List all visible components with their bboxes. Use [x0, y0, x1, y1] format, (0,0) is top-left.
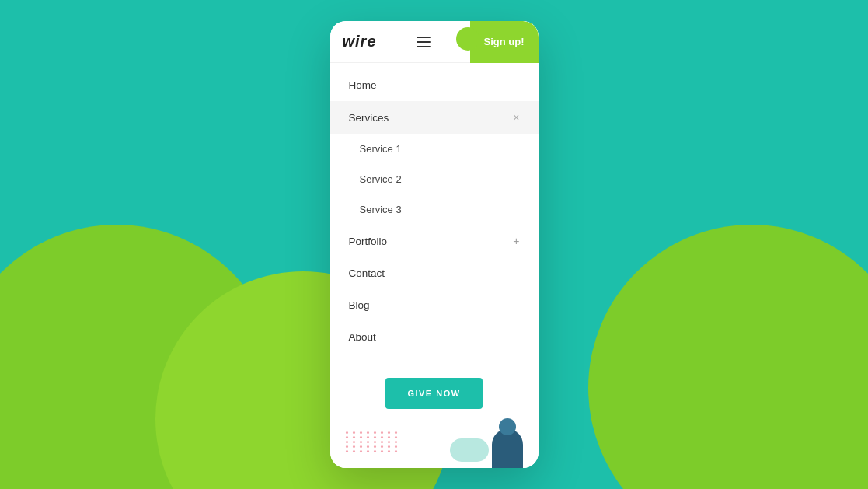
nav-item-services[interactable]: Services ×: [330, 101, 539, 134]
nav-home-label: Home: [349, 79, 377, 91]
header: wire Sign up!: [330, 21, 539, 63]
services-submenu: Service 1 Service 2 Service 3: [330, 134, 539, 225]
signup-label: Sign up!: [484, 36, 525, 47]
nav-item-home[interactable]: Home: [330, 69, 539, 101]
person-shape: [492, 429, 523, 468]
give-now-button[interactable]: GIVE NOW: [385, 378, 482, 409]
hamburger-line-1: [417, 37, 431, 38]
nav-item-about[interactable]: About: [330, 321, 539, 353]
service1-label: Service 1: [360, 143, 402, 155]
nav-subitem-service1[interactable]: Service 1: [330, 134, 539, 164]
bg-circle-left: [0, 225, 280, 489]
nav-about-label: About: [349, 331, 376, 343]
phone-frame: wire Sign up! Home Services × Service 1 …: [330, 21, 539, 468]
nav-subitem-service3[interactable]: Service 3: [330, 194, 539, 225]
nav-menu: Home Services × Service 1 Service 2 Serv…: [330, 63, 539, 359]
signup-button[interactable]: Sign up!: [470, 21, 539, 63]
service3-label: Service 3: [360, 204, 402, 215]
nav-item-portfolio[interactable]: Portfolio +: [330, 225, 539, 257]
nav-item-blog[interactable]: Blog: [330, 289, 539, 321]
bg-circle-right: [588, 225, 868, 489]
nav-blog-label: Blog: [349, 299, 370, 311]
plus-icon: +: [513, 235, 519, 247]
hamburger-line-2: [417, 41, 431, 43]
service2-label: Service 2: [360, 173, 402, 185]
give-now-label: GIVE NOW: [407, 389, 460, 398]
illustration: [450, 429, 523, 468]
phone-bottom: GIVE NOW: [330, 359, 539, 468]
nav-contact-label: Contact: [349, 267, 385, 279]
nav-portfolio-label: Portfolio: [349, 236, 388, 247]
close-icon: ×: [513, 111, 519, 124]
cloud-shape: [450, 438, 489, 462]
hamburger-button[interactable]: [407, 30, 440, 54]
nav-subitem-service2[interactable]: Service 2: [330, 164, 539, 194]
logo: wire: [343, 33, 377, 51]
nav-item-contact[interactable]: Contact: [330, 257, 539, 289]
dot-pattern-decoration: [346, 431, 399, 452]
hamburger-line-3: [417, 46, 431, 47]
nav-services-label: Services: [349, 112, 389, 124]
person-head: [499, 418, 516, 435]
